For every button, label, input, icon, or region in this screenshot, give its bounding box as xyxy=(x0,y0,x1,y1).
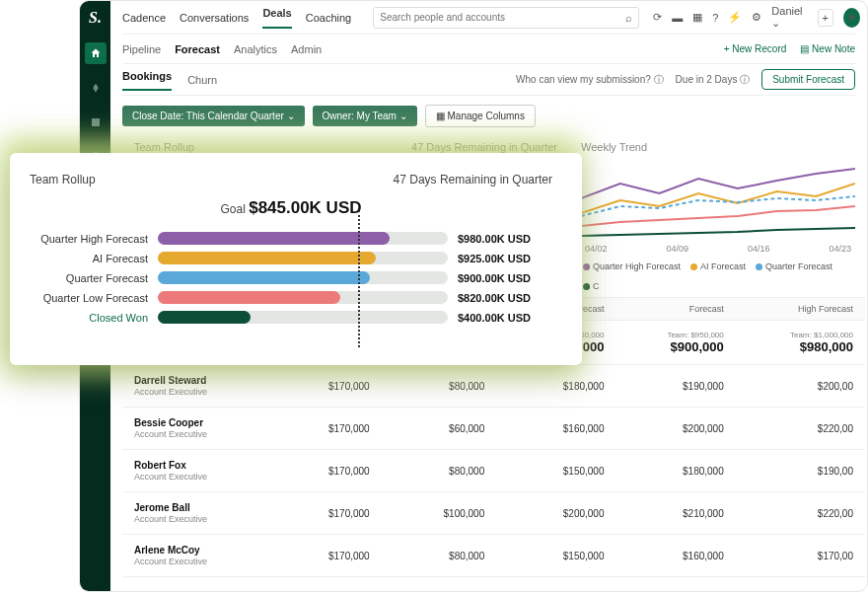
manage-columns-button[interactable]: ▦ Manage Columns xyxy=(425,105,536,127)
subnav-analytics[interactable]: Analytics xyxy=(234,43,277,55)
bars-container: Quarter High Forecast$980.00K USDAI Fore… xyxy=(30,232,552,324)
top-icons: ⟳ ▬ ▦ ? ⚡ ⚙ Daniel ⌄ + ➤ xyxy=(653,5,859,30)
user-menu[interactable]: Daniel ⌄ xyxy=(771,5,808,30)
building-icon[interactable] xyxy=(87,113,105,131)
bar-row: Closed Won$400.00K USD xyxy=(30,311,552,324)
chart-xaxis: 04/0204/0904/1604/23 xyxy=(581,242,855,256)
goal-line xyxy=(358,210,360,347)
tab-bookings[interactable]: Bookings xyxy=(122,70,172,91)
bar-row: Quarter Low Forecast$820.00K USD xyxy=(30,291,552,304)
help-icon[interactable]: ? xyxy=(712,12,718,24)
legend-item: Quarter Forecast xyxy=(756,261,832,271)
col-header: High Forecast xyxy=(736,298,865,321)
filter-close-date[interactable]: Close Date: This Calendar Quarter ⌄ xyxy=(122,106,305,126)
submit-forecast-button[interactable]: Submit Forecast xyxy=(761,69,855,90)
tab-churn[interactable]: Churn xyxy=(187,74,217,86)
home-icon[interactable] xyxy=(85,42,107,64)
subnav: Pipeline Forecast Analytics Admin + New … xyxy=(122,35,855,64)
search-box[interactable]: ⌕ xyxy=(373,7,639,29)
table-row[interactable]: Robert FoxAccount Executive$170,000$80,0… xyxy=(122,450,865,492)
topbar: Cadence Conversations Deals Coaching ⌕ ⟳… xyxy=(122,1,855,35)
gear-icon[interactable]: ⚙ xyxy=(752,11,761,24)
filters: Close Date: This Calendar Quarter ⌄ Owne… xyxy=(122,96,855,135)
table-row[interactable]: Bessie CooperAccount Executive$170,000$6… xyxy=(122,408,865,450)
bar-row: Quarter High Forecast$980.00K USD xyxy=(30,232,552,245)
subnav-forecast[interactable]: Forecast xyxy=(175,43,220,55)
card-remaining: 47 Days Remaining in Quarter xyxy=(394,173,552,186)
col-header: Forecast xyxy=(616,298,736,321)
rocket-icon[interactable] xyxy=(87,80,105,98)
subnav-pipeline[interactable]: Pipeline xyxy=(122,43,161,55)
team-rollup-card: Team Rollup 47 Days Remaining in Quarter… xyxy=(10,153,582,365)
grid-icon[interactable]: ▦ xyxy=(692,11,702,24)
chat-icon[interactable]: ▬ xyxy=(672,12,683,24)
add-button[interactable]: + xyxy=(818,9,833,27)
nav-conversations[interactable]: Conversations xyxy=(180,12,249,24)
bolt-icon[interactable]: ⚡ xyxy=(728,11,742,24)
nav-cadence[interactable]: Cadence xyxy=(122,12,166,24)
table-row[interactable]: Arlene McCoyAccount Executive$170,000$80… xyxy=(122,535,865,577)
search-input[interactable] xyxy=(380,12,625,23)
send-icon[interactable]: ➤ xyxy=(843,8,860,28)
new-note-link[interactable]: ▤ New Note xyxy=(800,43,855,54)
subnav-admin[interactable]: Admin xyxy=(291,43,322,55)
tabs: Bookings Churn Who can view my submissio… xyxy=(122,64,855,96)
weekly-trend-panel: Weekly Trend 04/0204/0904/1604/23 Quarte… xyxy=(569,135,855,297)
who-can-view[interactable]: Who can view my submission? ⓘ xyxy=(516,73,664,87)
filter-owner[interactable]: Owner: My Team ⌄ xyxy=(313,106,417,126)
chart-legend: Quarter High ForecastAI ForecastQuarter … xyxy=(581,256,855,297)
activity-icon[interactable]: ⟳ xyxy=(653,11,662,24)
due-label: Due in 2 Days ⓘ xyxy=(676,73,751,87)
nav-deals[interactable]: Deals xyxy=(262,7,291,29)
table-row[interactable]: Jerome BallAccount Executive$170,000$100… xyxy=(122,492,865,535)
bar-row: Quarter Forecast$900.00K USD xyxy=(30,271,552,284)
weekly-trend-title: Weekly Trend xyxy=(581,141,855,153)
new-record-link[interactable]: + New Record xyxy=(724,43,787,54)
legend-item: Quarter High Forecast xyxy=(583,261,681,271)
search-icon[interactable]: ⌕ xyxy=(625,12,632,24)
legend-item: C xyxy=(583,281,600,291)
legend-item: AI Forecast xyxy=(690,261,746,271)
card-title: Team Rollup xyxy=(30,173,96,186)
nav-coaching[interactable]: Coaching xyxy=(306,12,351,24)
card-goal: Goal $845.00K USD xyxy=(30,198,552,218)
logo: S. xyxy=(89,9,102,27)
bar-row: AI Forecast$925.00K USD xyxy=(30,252,552,264)
weekly-trend-chart xyxy=(581,159,855,242)
